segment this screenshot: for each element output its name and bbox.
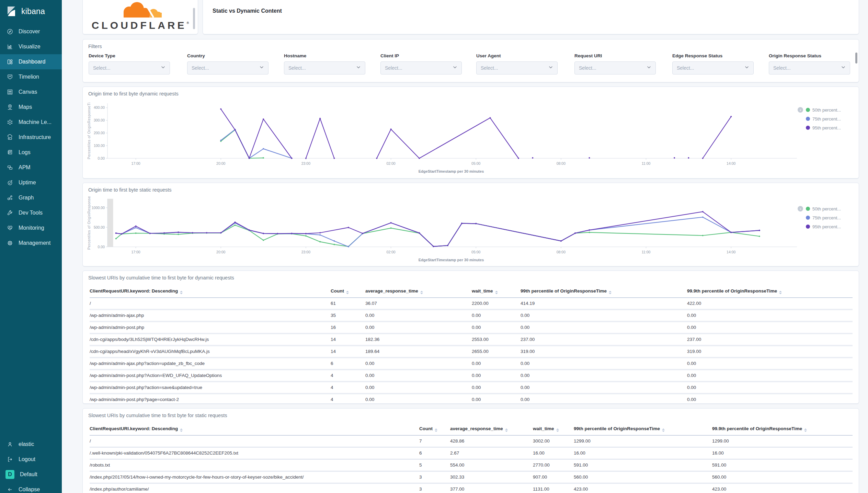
legend-item-50th-percent[interactable]: ›50th percent... bbox=[798, 105, 849, 114]
data-point[interactable] bbox=[702, 158, 704, 159]
sidebar-item-dashboard[interactable]: Dashboard bbox=[0, 54, 62, 69]
data-point[interactable] bbox=[263, 148, 264, 149]
data-point[interactable] bbox=[532, 157, 533, 159]
legend-item-75th-percent[interactable]: 75th percent... bbox=[798, 114, 849, 123]
data-point[interactable] bbox=[348, 227, 349, 228]
sort-icon[interactable] bbox=[779, 291, 782, 294]
data-point[interactable] bbox=[305, 233, 307, 234]
column-header-average-response-time[interactable]: average_response_time bbox=[365, 285, 472, 298]
data-point[interactable] bbox=[390, 227, 391, 229]
data-point[interactable] bbox=[688, 157, 689, 159]
sort-icon[interactable] bbox=[420, 291, 423, 294]
filter-select-hostname[interactable]: Select... bbox=[284, 61, 365, 74]
series-line-75th-percentile[interactable] bbox=[116, 217, 760, 246]
sidebar-item-graph[interactable]: Graph bbox=[0, 190, 62, 205]
data-point[interactable] bbox=[348, 246, 349, 247]
column-header-99th-percentile-of-originresponsetime[interactable]: 99th percentile of OriginResponseTime bbox=[574, 423, 712, 435]
sort-icon[interactable] bbox=[435, 428, 437, 432]
sidebar-item-maps[interactable]: Maps bbox=[0, 100, 62, 115]
data-point[interactable] bbox=[135, 227, 136, 228]
kibana-brand[interactable]: kibana bbox=[0, 0, 62, 22]
legend-item-75th-percent[interactable]: 75th percent... bbox=[798, 213, 849, 222]
data-point[interactable] bbox=[277, 233, 278, 234]
sidebar-item-machine-le[interactable]: Machine Le... bbox=[0, 115, 62, 130]
legend-toggle-icon[interactable]: › bbox=[798, 107, 803, 113]
column-header-clientrequesturi-keyword-descending[interactable]: ClientRequestURI.keyword: Descending bbox=[90, 423, 419, 435]
data-point[interactable] bbox=[249, 229, 250, 231]
data-point[interactable] bbox=[674, 157, 675, 159]
data-point[interactable] bbox=[518, 158, 519, 159]
data-point[interactable] bbox=[730, 232, 732, 233]
data-point[interactable] bbox=[759, 236, 760, 237]
legend-toggle-icon[interactable]: › bbox=[798, 206, 803, 211]
data-point[interactable] bbox=[447, 245, 448, 246]
data-point[interactable] bbox=[249, 158, 250, 159]
data-point[interactable] bbox=[589, 229, 590, 231]
data-point[interactable] bbox=[475, 223, 477, 224]
data-point[interactable] bbox=[489, 117, 491, 118]
data-point[interactable] bbox=[115, 238, 117, 239]
data-point[interactable] bbox=[305, 158, 307, 159]
sidebar-item-infrastructure[interactable]: Infrastructure bbox=[0, 130, 62, 145]
data-point[interactable] bbox=[291, 158, 293, 159]
data-point[interactable] bbox=[220, 232, 221, 233]
sidebar-item-discover[interactable]: Discover bbox=[0, 24, 62, 39]
data-point[interactable] bbox=[178, 233, 179, 235]
filter-select-country[interactable]: Select... bbox=[187, 61, 269, 74]
data-point[interactable] bbox=[362, 233, 363, 234]
data-point[interactable] bbox=[115, 232, 117, 234]
series-line-50th-percentile[interactable] bbox=[116, 223, 760, 246]
sidebar-footer-item-collapse[interactable]: Collapse bbox=[0, 482, 62, 493]
series-line-95th-percentile[interactable] bbox=[116, 212, 760, 246]
data-point[interactable] bbox=[730, 116, 732, 117]
data-point[interactable] bbox=[234, 225, 236, 226]
sidebar-item-canvas[interactable]: Canvas bbox=[0, 84, 62, 100]
column-header-average-response-time[interactable]: average_response_time bbox=[450, 423, 533, 435]
data-point[interactable] bbox=[121, 233, 122, 234]
legend-item-50th-percent[interactable]: ›50th percent... bbox=[798, 204, 849, 213]
sort-icon[interactable] bbox=[804, 428, 807, 432]
data-point[interactable] bbox=[135, 232, 136, 234]
column-header-count[interactable]: Count bbox=[331, 285, 365, 298]
sidebar-item-logs[interactable]: Logs bbox=[0, 145, 62, 160]
panel-scrollbar-thumb[interactable] bbox=[855, 53, 857, 64]
panel-scrollbar[interactable] bbox=[193, 8, 195, 29]
sidebar-item-apm[interactable]: APM bbox=[0, 160, 62, 175]
data-point[interactable] bbox=[163, 232, 165, 233]
filter-select-request-uri[interactable]: Select... bbox=[574, 61, 656, 74]
data-point[interactable] bbox=[759, 230, 760, 231]
data-point[interactable] bbox=[178, 231, 179, 233]
data-point[interactable] bbox=[333, 244, 335, 245]
data-point[interactable] bbox=[589, 157, 590, 159]
data-point[interactable] bbox=[433, 246, 434, 247]
data-point[interactable] bbox=[574, 232, 576, 234]
series-line-95th-percentile[interactable] bbox=[703, 117, 731, 158]
sort-icon[interactable] bbox=[180, 291, 183, 294]
data-point[interactable] bbox=[263, 240, 264, 241]
sidebar-item-monitoring[interactable]: Monitoring bbox=[0, 220, 62, 236]
data-point[interactable] bbox=[319, 232, 321, 233]
data-point[interactable] bbox=[206, 232, 207, 233]
sidebar-footer-item-elastic[interactable]: elastic bbox=[0, 437, 62, 452]
data-point[interactable] bbox=[419, 232, 420, 233]
sidebar-item-management[interactable]: Management bbox=[0, 236, 62, 251]
sort-icon[interactable] bbox=[556, 428, 559, 432]
data-point[interactable] bbox=[560, 240, 562, 242]
data-point[interactable] bbox=[702, 211, 704, 212]
column-header-wait-time[interactable]: wait_time bbox=[472, 285, 521, 298]
sort-icon[interactable] bbox=[609, 291, 612, 294]
data-point[interactable] bbox=[390, 128, 391, 130]
filter-select-edge-response-status[interactable]: Select... bbox=[672, 61, 754, 74]
filter-select-device-type[interactable]: Select... bbox=[89, 61, 170, 74]
legend-item-95th-percent[interactable]: 95th percent... bbox=[798, 123, 849, 132]
sidebar-footer-item-default[interactable]: DDefault bbox=[0, 467, 62, 482]
data-point[interactable] bbox=[149, 233, 151, 234]
series-line-95th-percentile[interactable] bbox=[306, 118, 334, 158]
data-point[interactable] bbox=[305, 235, 307, 237]
column-header-99th-percentile-of-originresponsetime[interactable]: 99th percentile of OriginResponseTime bbox=[521, 285, 687, 298]
data-point[interactable] bbox=[192, 232, 193, 233]
data-point[interactable] bbox=[319, 118, 321, 119]
data-point[interactable] bbox=[263, 233, 264, 234]
data-point[interactable] bbox=[263, 157, 264, 159]
series-line-95th-percentile[interactable] bbox=[221, 109, 292, 158]
